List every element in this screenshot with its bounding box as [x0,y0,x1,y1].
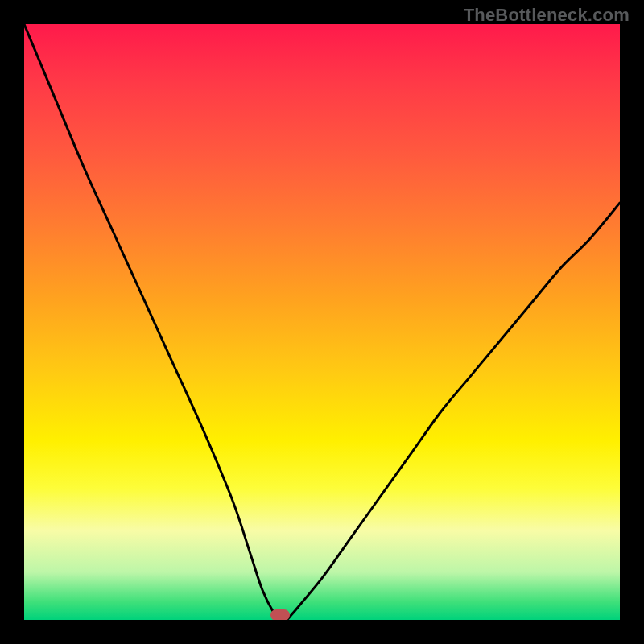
curve-svg [24,24,620,620]
watermark-text: TheBottleneck.com [464,5,630,26]
chart-frame: TheBottleneck.com [0,0,644,644]
optimal-marker [270,609,290,620]
plot-area [24,24,620,620]
bottleneck-curve-path [24,24,620,620]
